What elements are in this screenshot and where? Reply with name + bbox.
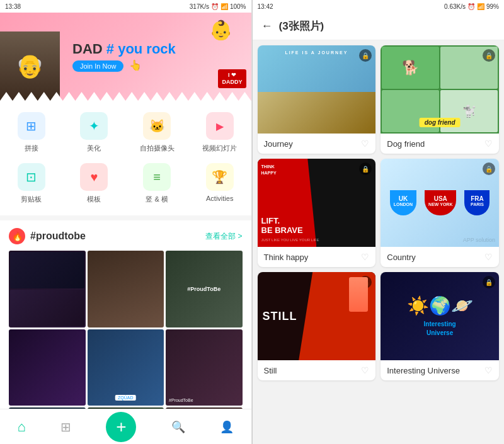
left-time: 13:38 [5,3,21,10]
splice-icon: ⊞ [18,112,45,140]
icon-splice[interactable]: ⊞ 拼接 [0,107,63,158]
journey-top: LIFE IS A JOURNEY [258,45,376,94]
nav-grid[interactable]: ⊞ [60,419,71,435]
bottom-nav: ⌂ ⊞ + 🔍 👤 [0,409,251,444]
right-status-icons: 0.63K/s ⏰ 📶 99% [444,3,499,10]
grid-icon: ⊞ [60,419,71,435]
photo-item-5[interactable]: ZQÚAD [88,329,164,406]
nav-home[interactable]: ⌂ [18,419,26,435]
universe-text: InterestingUniverse [424,320,456,338]
photo-item-2[interactable] [88,251,164,327]
still-name: Still [264,366,277,375]
hashtag-title: 🔥 #proudtobe [9,228,86,244]
universe-heart[interactable]: ♡ [484,365,493,375]
photo-label-5: ZQÚAD [115,395,136,401]
country-lock: 🔒 [483,162,495,175]
nav-search[interactable]: 🔍 [171,420,185,434]
nav-profile[interactable]: 👤 [220,420,234,434]
dog-sticker: dog friend [420,118,461,127]
template-image-country: UK LONDON USA NEW YORK FRA PARIS APP sol… [381,159,499,247]
dog-lock: 🔒 [483,49,495,62]
left-status-bar: 13:38 317K/s ⏰ 📶 100% [0,0,251,13]
heart-sticker: I ❤DADDY [218,69,246,88]
view-all-link[interactable]: 查看全部 > [205,231,242,242]
banner-content: 👴 👶 DAD # you rock Join In Now 👆 I ❤DADD… [0,13,251,101]
journey-label: LIFE IS A JOURNEY [285,50,348,55]
still-person [349,277,368,312]
icon-template[interactable]: ♥ 模板 [63,158,126,209]
right-time: 13:42 [258,3,273,10]
home-icon: ⌂ [18,419,26,435]
icon-activities[interactable]: 🏆 Activities [188,158,251,209]
right-header: ← (3张照片) [253,13,505,40]
cursor-icon: 👆 [129,60,142,71]
icon-slideshow[interactable]: ▶ 视频幻灯片 [188,107,251,158]
universe-emoji: ☀️🌍🪐 [407,295,473,316]
photo-item-6[interactable]: #ProudToBe [166,329,243,406]
dog-name: Dog friend [387,139,425,149]
right-title: (3张照片) [279,19,324,33]
join-button-wrap[interactable]: Join In Now 👆 [72,59,176,72]
journey-bottom [258,92,376,134]
still-text: STILL [263,310,297,323]
just-like-text: JUST LIKE YOU LIVE YOUR LIFE [261,238,319,242]
icon-beautify[interactable]: ✦ 美化 [63,107,126,158]
universe-lock: 🔒 [483,276,495,288]
icon-clipboard[interactable]: ⊡ 剪贴板 [0,158,63,209]
right-status-bar: 13:42 0.63K/s ⏰ 📶 99% [253,0,505,13]
journey-info: Journey ♡ [258,134,376,154]
country-visual: UK LONDON USA NEW YORK FRA PARIS APP sol… [381,159,499,247]
join-button[interactable]: Join In Now [72,60,123,72]
country-watermark: APP solution [463,237,495,243]
template-card-journey[interactable]: LIFE IS A JOURNEY 🔒 Journey ♡ [258,45,376,154]
template-card-still[interactable]: STILL 🔒 Still ♡ [258,272,376,380]
right-panel: 13:42 0.63K/s ⏰ 📶 99% ← (3张照片) LIFE IS A… [253,0,505,444]
photo-label-3: #ProudToBe [169,254,239,324]
template-icon: ♥ [80,163,108,191]
icon-selfie[interactable]: 🐱 自拍摄像头 [125,107,188,158]
template-card-country[interactable]: UK LONDON USA NEW YORK FRA PARIS APP sol… [381,159,499,267]
template-card-universe[interactable]: ☀️🌍🪐 InterestingUniverse 🔒 Interesting U… [381,272,499,380]
icon-grid: ⊞ 拼接 ✦ 美化 🐱 自拍摄像头 ▶ 视频幻灯片 ⊡ 剪贴板 ♥ 模板 ≡ 竖… [0,101,251,215]
country-heart[interactable]: ♡ [484,252,493,262]
slideshow-label: 视频幻灯片 [202,144,237,153]
slideshow-icon: ▶ [206,112,234,140]
universe-info: Interesting Universe ♡ [381,360,499,380]
splice-label: 拼接 [25,144,38,153]
banner-title: DAD # you rock [72,42,176,57]
template-label: 模板 [87,195,101,204]
back-button[interactable]: ← [261,20,273,33]
country-info: Country ♡ [381,247,499,267]
photo-sub-1a [10,252,84,288]
journey-name: Journey [264,139,293,149]
lift-text: LIFT.BE BRAVE [261,216,303,236]
wifi-icon: 📶 [220,3,228,10]
photo-item-3[interactable]: #ProudToBe [166,251,243,327]
icon-vertical[interactable]: ≡ 竖 & 横 [125,158,188,209]
nav-add-button[interactable]: + [106,412,136,442]
photo-sub-1b [10,290,84,326]
photo-item-1[interactable] [9,251,86,327]
hashtag-section: 🔥 #proudtobe 查看全部 > #ProudToBe ZQÚAD #Pr… [0,220,251,409]
dog-heart[interactable]: ♡ [484,139,493,149]
dog-info: Dog friend ♡ [381,134,499,154]
template-card-think-happy[interactable]: THINKHAPPY LIFT.BE BRAVE JUST LIKE YOU L… [258,159,376,267]
photo-item-4[interactable] [9,329,86,406]
universe-visual: ☀️🌍🪐 InterestingUniverse [381,272,499,360]
profile-icon: 👤 [220,420,234,434]
hashtag-text: #proudtobe [30,231,86,242]
add-icon: + [116,417,126,437]
left-panel: 13:38 317K/s ⏰ 📶 100% 👴 👶 DAD # you rock… [0,0,252,444]
still-heart[interactable]: ♡ [361,365,369,375]
activities-icon: 🏆 [206,163,234,191]
think-happy-info: Think happy ♡ [258,247,376,267]
template-image-think-happy: THINKHAPPY LIFT.BE BRAVE JUST LIKE YOU L… [258,159,376,247]
banner[interactable]: 👴 👶 DAD # you rock Join In Now 👆 I ❤DADD… [0,13,251,101]
right-wifi-icon: 📶 [477,3,484,10]
universe-name: Interesting Universe [387,366,460,375]
journey-heart[interactable]: ♡ [361,139,369,149]
left-status-icons: 317K/s ⏰ 📶 100% [190,3,246,10]
think-happy-heart[interactable]: ♡ [361,252,369,262]
beautify-icon: ✦ [80,112,108,140]
template-card-dog[interactable]: 🐕 🐩 dog friend 🔒 Dog friend ♡ [381,45,499,154]
